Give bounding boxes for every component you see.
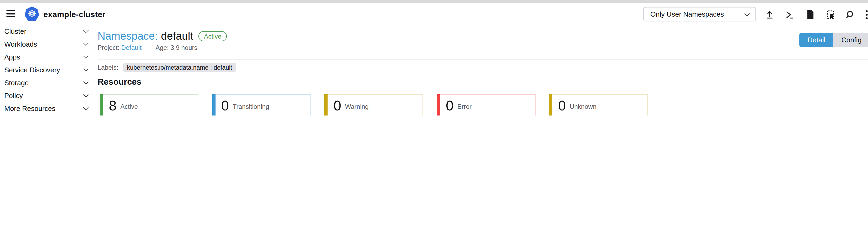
- chevron-down-icon: [83, 28, 88, 33]
- chevron-down-icon: [83, 105, 88, 110]
- menu-icon[interactable]: [6, 10, 15, 17]
- resource-meta: Project: Default Age: 3.9 hours: [98, 44, 197, 52]
- status-card-unknown: 0 Unknown: [549, 94, 648, 116]
- sidebar-item-policy[interactable]: Policy: [0, 89, 93, 102]
- labels-row: Labels: kubernetes.io/metadata.name : de…: [98, 63, 236, 72]
- kebab-menu-icon[interactable]: [863, 8, 868, 21]
- kubernetes-logo-icon: ☸: [25, 6, 39, 21]
- status-card-warning: 0 Warning: [324, 94, 423, 116]
- detail-button[interactable]: Detail: [799, 33, 833, 47]
- sidebar-item-workloads[interactable]: Workloads: [0, 37, 93, 51]
- sidebar-item-apps[interactable]: Apps: [0, 51, 93, 63]
- namespace-filter-value: Only User Namespaces: [650, 10, 745, 18]
- status-bar: [437, 94, 440, 116]
- divider: [98, 60, 868, 60]
- chevron-down-icon: [83, 54, 88, 58]
- status-bar: [212, 94, 215, 116]
- chevron-down-icon: [83, 66, 88, 71]
- chevron-down-icon: [83, 92, 88, 97]
- chevron-down-icon: [83, 79, 88, 84]
- search-icon[interactable]: [843, 8, 856, 21]
- app-window: ☸ example-cluster Only User Namespaces: [0, 0, 868, 116]
- status-bar: [549, 94, 552, 116]
- chevron-down-icon: [744, 11, 750, 16]
- namespace-filter-dropdown[interactable]: Only User Namespaces: [643, 7, 756, 22]
- kubernetes-wheel-glyph: ☸: [27, 8, 36, 19]
- resource-name: default: [161, 30, 193, 42]
- sidebar-nav: Cluster Workloads Apps Service Discovery…: [0, 25, 93, 115]
- window-top-strip: [0, 0, 868, 3]
- sidebar-item-storage[interactable]: Storage: [0, 76, 93, 89]
- cluster-name: example-cluster: [43, 3, 105, 26]
- download-kubeconfig-icon[interactable]: [804, 8, 816, 21]
- view-toggle: Detail Config: [799, 33, 868, 47]
- status-card-transitioning: 0 Transitioning: [212, 94, 311, 116]
- status-badge: Active: [199, 31, 227, 41]
- page-title: Namespace: default Active: [98, 30, 227, 42]
- age-value: 3.9 hours: [170, 44, 197, 52]
- sidebar-item-cluster[interactable]: Cluster: [0, 25, 93, 37]
- sidebar-item-more-resources[interactable]: More Resources: [0, 102, 93, 115]
- status-card-active: 8 Active: [100, 94, 198, 116]
- project-label: Project:: [98, 44, 119, 52]
- import-yaml-icon[interactable]: [763, 8, 776, 21]
- labels-label: Labels:: [98, 64, 118, 71]
- status-bar: [100, 94, 103, 116]
- age-label: Age:: [155, 44, 168, 52]
- kubectl-shell-icon[interactable]: [783, 8, 796, 21]
- config-button[interactable]: Config: [833, 33, 868, 47]
- resources-heading: Resources: [98, 77, 142, 87]
- app-header: ☸ example-cluster Only User Namespaces: [0, 3, 868, 26]
- resource-type-link[interactable]: Namespace:: [98, 30, 158, 42]
- status-card-error: 0 Error: [437, 94, 535, 116]
- status-bar: [324, 94, 328, 116]
- sidebar-item-service-discovery[interactable]: Service Discovery: [0, 63, 93, 76]
- label-chip: kubernetes.io/metadata.name : default: [123, 63, 236, 72]
- copy-kubeconfig-icon[interactable]: [824, 8, 837, 21]
- sidebar: Cluster Workloads Apps Service Discovery…: [0, 26, 93, 116]
- chevron-down-icon: [83, 41, 88, 45]
- header-actions: [763, 8, 868, 21]
- project-link[interactable]: Default: [121, 44, 142, 52]
- main-content: Namespace: default Active Project: Defau…: [93, 26, 868, 116]
